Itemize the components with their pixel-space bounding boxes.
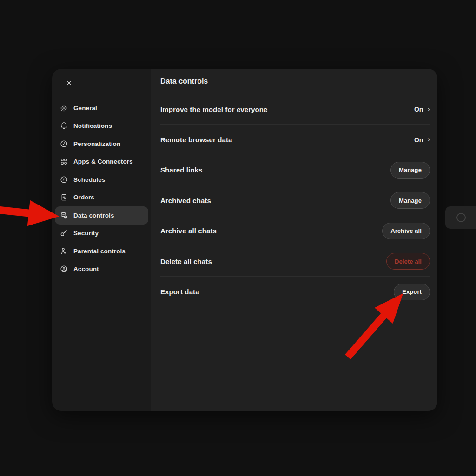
row-label: Shared links xyxy=(160,166,202,174)
row-label: Archive all chats xyxy=(160,227,217,235)
sidebar-item-personalization[interactable]: Personalization xyxy=(55,135,148,153)
sidebar-item-label: Schedules xyxy=(73,176,105,183)
manage-button[interactable]: Manage xyxy=(390,162,430,178)
row-value-text: On xyxy=(414,136,423,144)
settings-row-improve-the-model-for-everyone[interactable]: Improve the model for everyoneOn› xyxy=(160,94,430,125)
row-value-control[interactable]: On› xyxy=(414,106,430,113)
row-value-control[interactable]: On› xyxy=(414,136,430,144)
sidebar-item-parental-controls[interactable]: Parental controls xyxy=(55,242,148,260)
sidebar-item-schedules[interactable]: Schedules xyxy=(55,171,148,189)
sidebar-item-label: Notifications xyxy=(73,122,112,129)
sidebar-item-label: Security xyxy=(73,230,99,237)
sidebar-item-security[interactable]: Security xyxy=(55,225,148,243)
sidebar-item-notifications[interactable]: Notifications xyxy=(55,117,148,135)
dial-icon xyxy=(60,139,68,148)
sidebar-item-label: Personalization xyxy=(73,140,120,147)
settings-row-export-data: Export dataExport xyxy=(160,277,430,306)
receipt-icon xyxy=(60,193,68,202)
settings-row-remote-browser-data[interactable]: Remote browser dataOn› xyxy=(160,125,430,155)
sidebar-item-label: Apps & Connectors xyxy=(73,158,133,165)
gear-icon xyxy=(60,104,68,112)
row-label: Remote browser data xyxy=(160,136,232,144)
sidebar-item-label: Parental controls xyxy=(73,248,126,255)
background-artifact xyxy=(445,206,476,229)
close-icon xyxy=(66,79,73,88)
page-title: Data controls xyxy=(160,77,208,86)
settings-row-delete-all-chats: Delete all chatsDelete all xyxy=(160,246,430,277)
row-value-text: On xyxy=(414,106,423,113)
screen: GeneralNotificationsPersonalizationApps … xyxy=(0,0,476,476)
account-circle-icon xyxy=(60,265,68,273)
key-icon xyxy=(60,229,68,238)
apps-grid-icon xyxy=(60,158,68,166)
manage-button[interactable]: Manage xyxy=(390,192,430,209)
sidebar-item-account[interactable]: Account xyxy=(55,260,148,278)
settings-modal: GeneralNotificationsPersonalizationApps … xyxy=(52,69,437,411)
row-label: Export data xyxy=(160,288,199,296)
row-label: Improve the model for everyone xyxy=(160,106,268,113)
settings-sidebar: GeneralNotificationsPersonalizationApps … xyxy=(52,69,151,411)
clock-icon xyxy=(60,175,68,184)
sidebar-item-label: Orders xyxy=(73,194,94,201)
settings-nav: GeneralNotificationsPersonalizationApps … xyxy=(52,99,151,278)
sidebar-item-apps-connectors[interactable]: Apps & Connectors xyxy=(55,153,148,171)
sidebar-item-orders[interactable]: Orders xyxy=(55,189,148,207)
settings-main-panel: Data controls Improve the model for ever… xyxy=(151,69,437,411)
settings-row-archived-chats: Archived chatsManage xyxy=(160,185,430,216)
sidebar-item-label: Data controls xyxy=(73,212,114,219)
row-label: Delete all chats xyxy=(160,258,212,265)
sidebar-item-label: General xyxy=(73,105,97,112)
delete-all-button[interactable]: Delete all xyxy=(386,253,430,270)
close-button[interactable] xyxy=(62,77,75,90)
row-label: Archived chats xyxy=(160,197,211,205)
settings-rows: Improve the model for everyoneOn›Remote … xyxy=(160,94,430,307)
settings-row-shared-links: Shared linksManage xyxy=(160,155,430,185)
chevron-right-icon: › xyxy=(427,135,430,143)
sidebar-item-data-controls[interactable]: Data controls xyxy=(55,206,148,225)
export-button[interactable]: Export xyxy=(394,284,430,300)
background-artifact-glyph xyxy=(456,213,466,222)
database-gear-icon xyxy=(60,211,68,219)
person-icon xyxy=(60,247,68,255)
sidebar-item-label: Account xyxy=(73,265,99,272)
chevron-right-icon: › xyxy=(427,105,430,113)
panel-header: Data controls xyxy=(160,69,430,94)
settings-row-archive-all-chats: Archive all chatsArchive all xyxy=(160,216,430,246)
bell-icon xyxy=(60,122,68,130)
sidebar-item-general[interactable]: General xyxy=(55,99,148,117)
archive-all-button[interactable]: Archive all xyxy=(382,223,430,239)
